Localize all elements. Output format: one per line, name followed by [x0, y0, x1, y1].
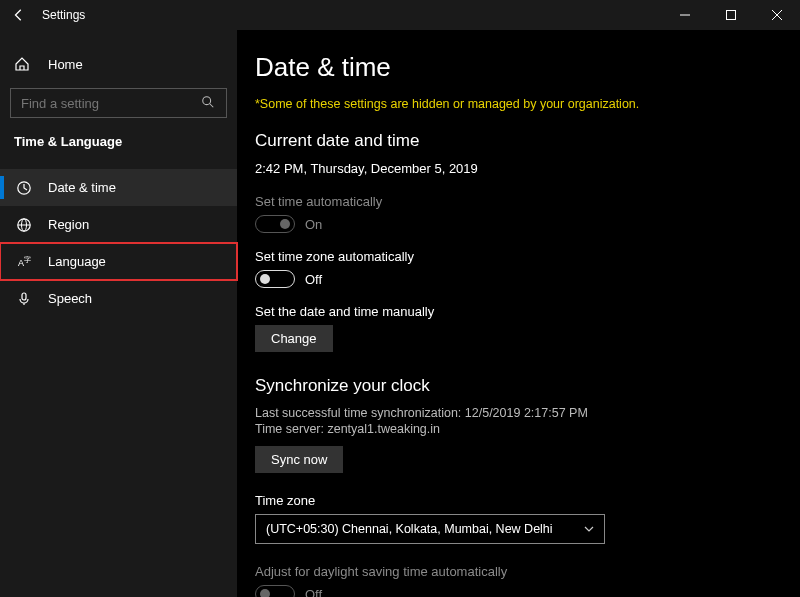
set-tz-auto-toggle[interactable]	[255, 270, 295, 288]
home-label: Home	[48, 57, 83, 72]
timezone-dropdown[interactable]: (UTC+05:30) Chennai, Kolkata, Mumbai, Ne…	[255, 514, 605, 544]
org-managed-notice: *Some of these settings are hidden or ma…	[255, 97, 782, 111]
home-nav[interactable]: Home	[0, 46, 237, 82]
sidebar-item-label: Language	[48, 254, 106, 269]
set-time-auto-state: On	[305, 217, 322, 232]
minimize-button[interactable]	[662, 0, 708, 30]
sync-heading: Synchronize your clock	[255, 376, 782, 396]
close-button[interactable]	[754, 0, 800, 30]
window-title: Settings	[42, 8, 662, 22]
microphone-icon	[14, 291, 34, 307]
sidebar-item-label: Speech	[48, 291, 92, 306]
maximize-button[interactable]	[708, 0, 754, 30]
svg-point-4	[203, 97, 211, 105]
sidebar: Home Time & Language Date & time	[0, 30, 237, 597]
sidebar-item-label: Date & time	[48, 180, 116, 195]
arrow-left-icon	[12, 8, 26, 22]
svg-rect-1	[727, 11, 736, 20]
sync-last: Last successful time synchronization: 12…	[255, 406, 782, 420]
sidebar-item-language[interactable]: A字 Language	[0, 243, 237, 280]
change-button[interactable]: Change	[255, 325, 333, 352]
current-datetime-heading: Current date and time	[255, 131, 782, 151]
back-button[interactable]	[12, 8, 26, 22]
search-input[interactable]	[10, 88, 227, 118]
sidebar-item-speech[interactable]: Speech	[0, 280, 237, 317]
maximize-icon	[726, 10, 736, 20]
sidebar-item-label: Region	[48, 217, 89, 232]
category-header: Time & Language	[0, 128, 237, 163]
dst-toggle	[255, 585, 295, 597]
set-time-auto-toggle	[255, 215, 295, 233]
globe-icon	[14, 217, 34, 233]
sidebar-item-region[interactable]: Region	[0, 206, 237, 243]
language-icon: A字	[14, 254, 34, 270]
sync-now-button[interactable]: Sync now	[255, 446, 343, 473]
dst-label: Adjust for daylight saving time automati…	[255, 564, 782, 579]
dst-state: Off	[305, 587, 322, 598]
clock-icon	[14, 180, 34, 196]
timezone-label: Time zone	[255, 493, 782, 508]
set-tz-auto-state: Off	[305, 272, 322, 287]
minimize-icon	[680, 10, 690, 20]
main-content: Date & time *Some of these settings are …	[237, 30, 800, 597]
titlebar: Settings	[0, 0, 800, 30]
close-icon	[772, 10, 782, 20]
svg-text:字: 字	[24, 256, 31, 263]
svg-rect-12	[22, 293, 26, 300]
set-tz-auto-label: Set time zone automatically	[255, 249, 782, 264]
chevron-down-icon	[584, 526, 594, 532]
svg-line-5	[210, 104, 214, 108]
timezone-value: (UTC+05:30) Chennai, Kolkata, Mumbai, Ne…	[266, 522, 553, 536]
search-icon	[201, 95, 215, 109]
set-time-auto-label: Set time automatically	[255, 194, 782, 209]
page-title: Date & time	[255, 52, 782, 83]
sync-server: Time server: zentyal1.tweaking.in	[255, 422, 782, 436]
sidebar-item-date-time[interactable]: Date & time	[0, 169, 237, 206]
manual-set-label: Set the date and time manually	[255, 304, 782, 319]
current-datetime-value: 2:42 PM, Thursday, December 5, 2019	[255, 161, 782, 176]
home-icon	[14, 56, 34, 72]
